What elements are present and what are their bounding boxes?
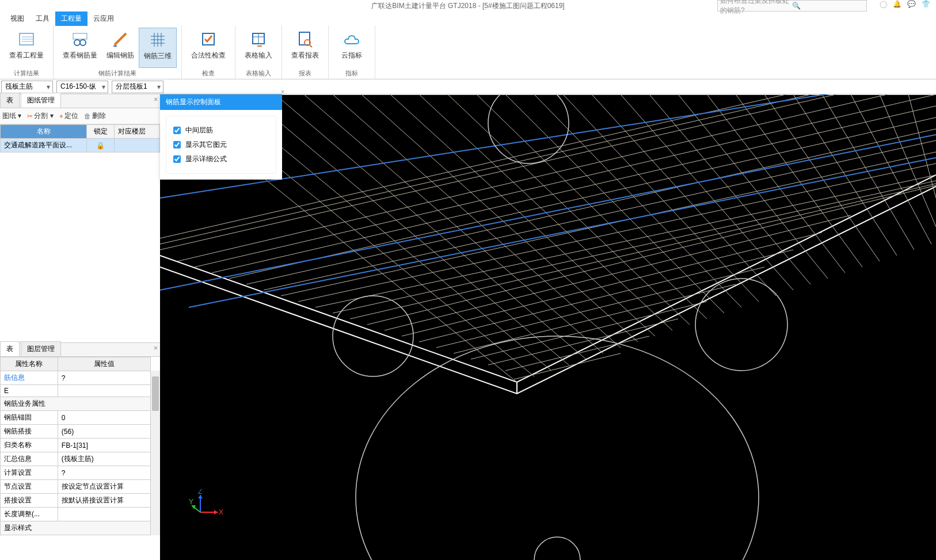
- bell-icon[interactable]: 🔔: [893, 0, 901, 8]
- svg-point-5: [74, 40, 80, 45]
- user-icon[interactable]: ◯: [880, 0, 887, 8]
- check-icon: [199, 30, 218, 48]
- check-show-formula[interactable]: 显示详细公式: [173, 152, 269, 166]
- titlebar-icons: ◯ 🔔 💬 👕: [880, 0, 930, 8]
- table-row[interactable]: 筋信息?: [1, 371, 151, 385]
- help-search[interactable]: 如何布置过梁及拱板处的钢筋? 🔍: [717, 0, 867, 12]
- table-input-button[interactable]: 表格输入: [240, 28, 277, 68]
- menu-bar: 视图 工具 工程量 云应用: [0, 12, 936, 25]
- trash-icon: 🗑: [84, 112, 91, 120]
- svg-line-23: [310, 45, 312, 47]
- delete-button[interactable]: 🗑删除: [84, 111, 106, 121]
- ribbon-group-rebar-result: 查看钢筋量 编辑钢筋 钢筋三维 钢筋计算结果: [54, 25, 182, 79]
- table-row[interactable]: 汇总信息(筏板主筋): [1, 452, 151, 466]
- ribbon-group-table-input: 表格输入 表格输入: [235, 25, 282, 79]
- view-report-button[interactable]: 查看报表: [287, 28, 324, 68]
- col-name: 名称: [1, 125, 87, 139]
- drawing-table: 名称 锁定 对应楼层 交通疏解道路平面设... 🔒: [0, 124, 160, 153]
- ribbon-group-check: 合法性检查 检查: [182, 25, 235, 79]
- scrollbar-thumb[interactable]: [152, 376, 159, 411]
- drawing-tabs: 表 图纸管理 ×: [0, 94, 160, 108]
- cloud-icon: [343, 30, 361, 48]
- combo-layer[interactable]: 分层筏板1: [112, 81, 163, 93]
- table-row[interactable]: 交通疏解道路平面设... 🔒: [1, 139, 160, 153]
- split-button[interactable]: ✂✂ 分割 ▾分割 ▾: [27, 111, 53, 121]
- float-panel-title: 钢筋显示控制面板: [166, 98, 221, 106]
- properties-scrollbar[interactable]: [151, 371, 160, 535]
- col-floor: 对应楼层: [115, 125, 160, 139]
- pin-icon: ⌖: [59, 112, 63, 120]
- lock-icon: 🔒: [96, 142, 105, 150]
- drawing-toolbar: 图纸 ▾ ✂✂ 分割 ▾分割 ▾ ⌖定位 🗑删除: [0, 108, 160, 124]
- close-icon[interactable]: ×: [281, 89, 284, 95]
- view-rebar-button[interactable]: 查看钢筋量: [58, 28, 102, 68]
- axis-gizmo: X Y Z: [189, 489, 223, 525]
- close-icon[interactable]: ×: [154, 96, 158, 104]
- svg-text:Z: Z: [198, 489, 202, 496]
- menu-quantity[interactable]: 工程量: [55, 12, 87, 26]
- ribbon-group-report: 查看报表 报表: [282, 25, 329, 79]
- properties-panel: 表 图层管理 × 属性名称属性值 筋信息? E 钢筋业务属性 钢筋锚固0 钢筋搭…: [0, 342, 160, 535]
- col-prop-name: 属性名称: [1, 357, 58, 371]
- table-row[interactable]: 钢筋搭接(56): [1, 425, 151, 439]
- svg-line-8: [115, 33, 126, 45]
- ribbon-group-index: 云指标 指标: [329, 25, 375, 79]
- svg-marker-86: [214, 510, 218, 515]
- drawing-dropdown[interactable]: 图纸 ▾: [2, 111, 21, 121]
- chat-icon[interactable]: 💬: [907, 0, 916, 8]
- table-row[interactable]: 计算设置?: [1, 466, 151, 480]
- combo-spec[interactable]: C16-150-纵: [56, 81, 108, 93]
- skin-icon[interactable]: 👕: [922, 0, 930, 8]
- tab-layer-manage[interactable]: 图层管理: [21, 341, 61, 356]
- table-row[interactable]: 钢筋业务属性: [1, 397, 151, 411]
- table-row[interactable]: 节点设置按设定节点设置计算: [1, 480, 151, 494]
- table-row[interactable]: 搭接设置按默认搭接设置计算: [1, 494, 151, 508]
- report-icon: [17, 30, 36, 48]
- tab-props[interactable]: 表: [0, 341, 20, 356]
- view-quantity-button[interactable]: 查看工程量: [5, 28, 48, 68]
- close-icon[interactable]: ×: [154, 344, 158, 352]
- rebar-3d-button[interactable]: 钢筋三维: [139, 28, 177, 68]
- properties-table: 属性名称属性值 筋信息? E 钢筋业务属性 钢筋锚固0 钢筋搭接(56) 归类名…: [0, 357, 151, 535]
- table-row[interactable]: 长度调整(...: [1, 508, 151, 521]
- locate-button[interactable]: ⌖定位: [59, 111, 78, 121]
- ribbon: 查看工程量 计算结果 查看钢筋量 编辑钢筋 钢筋三维 钢筋计算结果 合法: [0, 25, 936, 79]
- rebar-display-panel[interactable]: 钢筋显示控制面板 × 中间层筋 显示其它图元 显示详细公式: [160, 94, 282, 180]
- float-panel-body: 中间层筋 显示其它图元 显示详细公式: [166, 116, 276, 174]
- grid3d-icon: [149, 31, 167, 49]
- table-row[interactable]: E: [1, 385, 151, 397]
- ribbon-group-calc-result: 查看工程量 计算结果: [0, 25, 54, 79]
- filter-bar: 筏板主筋 C16-150-纵 分层筏板1: [0, 79, 936, 94]
- check-show-other[interactable]: 显示其它图元: [173, 138, 269, 152]
- table-row[interactable]: 显示样式: [1, 521, 151, 535]
- edit-rebar-button[interactable]: 编辑钢筋: [102, 28, 139, 68]
- cell-lock: 🔒: [87, 139, 115, 153]
- svg-point-6: [80, 40, 86, 45]
- cell-floor: [115, 139, 160, 153]
- glasses-icon: [71, 30, 89, 48]
- check-middle-layer[interactable]: 中间层筋: [173, 123, 269, 138]
- table-icon: [249, 30, 268, 48]
- cloud-index-button[interactable]: 云指标: [333, 28, 370, 68]
- table-row[interactable]: 钢筋锚固0: [1, 411, 151, 425]
- validity-check-button[interactable]: 合法性检查: [187, 28, 230, 68]
- menu-tools[interactable]: 工具: [30, 12, 55, 26]
- search-icon: 🔍: [792, 2, 864, 10]
- search-report-icon: [296, 30, 314, 48]
- col-lock: 锁定: [87, 125, 115, 139]
- combo-rebar-type[interactable]: 筏板主筋: [1, 81, 53, 93]
- window-title: 广联达BIM土建计量平台 GTJ2018 - [5#楼施工图问题工程0619]: [371, 1, 564, 11]
- drawing-panel: 表 图纸管理 × 图纸 ▾ ✂✂ 分割 ▾分割 ▾ ⌖定位 🗑删除 名称 锁定 …: [0, 94, 160, 153]
- float-panel-header[interactable]: 钢筋显示控制面板 ×: [160, 94, 282, 110]
- menu-cloud[interactable]: 云应用: [87, 12, 120, 26]
- scissors-icon: ✂: [27, 112, 33, 120]
- svg-text:X: X: [219, 508, 223, 516]
- cell-name: 交通疏解道路平面设...: [1, 139, 87, 153]
- help-search-placeholder: 如何布置过梁及拱板处的钢筋?: [720, 0, 792, 16]
- tab-drawing-manage[interactable]: 图纸管理: [21, 93, 61, 108]
- table-row[interactable]: 归类名称FB-1[31]: [1, 439, 151, 452]
- menu-view[interactable]: 视图: [5, 12, 30, 26]
- title-bar: 广联达BIM土建计量平台 GTJ2018 - [5#楼施工图问题工程0619] …: [0, 0, 936, 12]
- tab-list[interactable]: 表: [0, 93, 20, 108]
- properties-tabs: 表 图层管理 ×: [0, 343, 160, 357]
